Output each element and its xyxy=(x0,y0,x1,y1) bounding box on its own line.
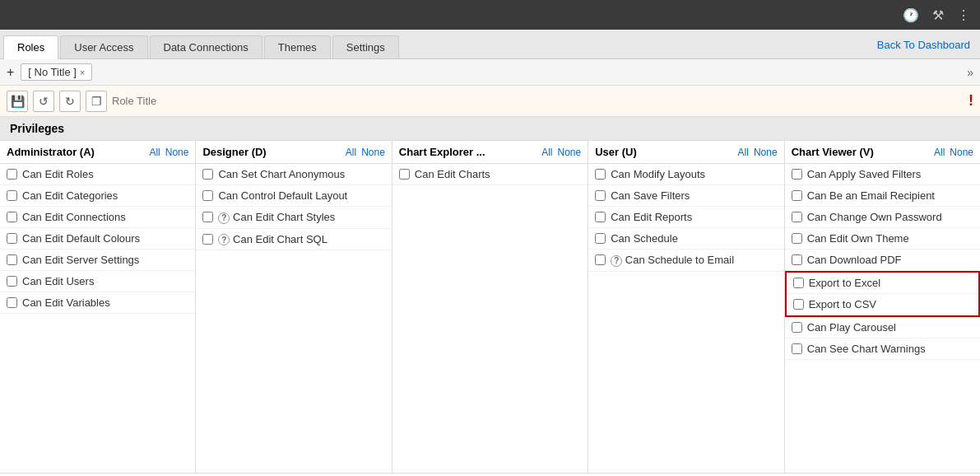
checkbox-designer-3[interactable] xyxy=(202,234,213,245)
checkbox-designer-1[interactable] xyxy=(202,190,213,201)
checkbox-user-2[interactable] xyxy=(595,212,606,222)
list-item: Can Edit Categories xyxy=(0,185,195,207)
checkbox-chart_explorer-0[interactable] xyxy=(399,169,410,180)
checkbox-admin-0[interactable] xyxy=(7,169,17,180)
col-all-designer[interactable]: All xyxy=(346,147,356,158)
checkbox-chart_viewer-5[interactable] xyxy=(793,278,804,288)
tab-settings[interactable]: Settings xyxy=(332,35,399,58)
privilege-label: Can Edit Server Settings xyxy=(22,254,139,266)
undo-button[interactable]: ↺ xyxy=(33,91,54,112)
tab-user-access[interactable]: User Access xyxy=(60,35,147,58)
top-bar: 🕐 ⚒ ⋮ xyxy=(0,0,980,30)
role-tab[interactable]: [ No Title ] × xyxy=(21,63,92,81)
checkbox-designer-0[interactable] xyxy=(202,169,213,180)
wrench-icon[interactable]: ⚒ xyxy=(932,7,944,23)
privilege-label: Can Edit Variables xyxy=(22,296,110,309)
list-item: Can Edit Users xyxy=(0,271,195,292)
col-all-user[interactable]: All xyxy=(738,147,749,158)
col-header-designer: Designer (D)AllNone xyxy=(196,141,391,164)
list-item: Can Be an Email Recipient xyxy=(785,185,980,207)
privilege-label: Can Download PDF xyxy=(807,254,902,266)
checkbox-admin-4[interactable] xyxy=(7,254,17,265)
error-indicator: ! xyxy=(968,92,973,110)
col-title-admin: Administrator (A) xyxy=(7,146,95,158)
list-item: Can Play Carousel xyxy=(785,317,980,338)
privilege-label: Can Edit Roles xyxy=(22,168,94,180)
privilege-label: Can Edit Reports xyxy=(611,211,692,223)
privilege-label: Can Edit Default Colours xyxy=(22,232,140,245)
col-title-user: User (U) xyxy=(595,146,637,158)
privilege-label: Can Edit Own Theme xyxy=(807,232,909,245)
list-item: Can Schedule xyxy=(588,228,783,250)
checkbox-user-3[interactable] xyxy=(595,233,606,244)
list-item: Export to Excel xyxy=(787,273,978,294)
col-all-chart_viewer[interactable]: All xyxy=(934,147,945,158)
clock-icon[interactable]: 🕐 xyxy=(903,7,919,23)
column-admin: Administrator (A)AllNoneCan Edit RolesCa… xyxy=(0,141,196,473)
role-tab-label: [ No Title ] xyxy=(28,66,77,78)
checkbox-chart_viewer-1[interactable] xyxy=(792,190,802,201)
tab-roles[interactable]: Roles xyxy=(3,35,58,59)
checkbox-user-1[interactable] xyxy=(595,190,606,201)
privilege-label: ? Can Edit Chart Styles xyxy=(218,211,335,224)
privilege-label: ? Can Schedule to Email xyxy=(611,254,734,267)
save-button[interactable]: 💾 xyxy=(7,91,28,112)
col-none-admin[interactable]: None xyxy=(165,147,189,158)
checkbox-chart_viewer-4[interactable] xyxy=(792,254,802,265)
list-item: ? Can Schedule to Email xyxy=(588,250,783,272)
list-item: Can Edit Connections xyxy=(0,207,195,228)
privilege-label: Can Edit Categories xyxy=(22,189,118,202)
role-tab-close-button[interactable]: × xyxy=(80,68,85,77)
list-item: Can Download PDF xyxy=(785,250,980,271)
col-all-chart_explorer[interactable]: All xyxy=(541,147,552,158)
privileges-header: Privileges xyxy=(0,117,980,141)
highlighted-privileges: Export to ExcelExport to CSV xyxy=(785,271,980,317)
col-none-chart_viewer[interactable]: None xyxy=(950,147,973,158)
checkbox-admin-5[interactable] xyxy=(7,276,17,287)
list-item: Can Edit Default Colours xyxy=(0,228,195,250)
list-item: Can Set Chart Anonymous xyxy=(196,164,391,185)
columns-area: Administrator (A)AllNoneCan Edit RolesCa… xyxy=(0,141,980,474)
add-role-button[interactable]: + xyxy=(7,65,14,80)
tab-data-connections[interactable]: Data Connections xyxy=(150,35,262,58)
checkbox-admin-3[interactable] xyxy=(7,233,17,244)
col-header-admin: Administrator (A)AllNone xyxy=(0,141,195,164)
checkbox-chart_viewer-7[interactable] xyxy=(792,322,802,333)
col-header-chart_viewer: Chart Viewer (V)AllNone xyxy=(785,141,980,164)
col-header-user: User (U)AllNone xyxy=(588,141,783,164)
col-none-designer[interactable]: None xyxy=(361,147,385,158)
checkbox-admin-1[interactable] xyxy=(7,190,17,201)
checkbox-admin-2[interactable] xyxy=(7,212,17,222)
checkbox-designer-2[interactable] xyxy=(202,212,213,222)
checkbox-chart_viewer-8[interactable] xyxy=(792,343,802,354)
checkbox-chart_viewer-6[interactable] xyxy=(793,299,804,310)
checkbox-chart_viewer-3[interactable] xyxy=(792,233,802,244)
privilege-label: Can Save Filters xyxy=(611,189,690,202)
role-bar: + [ No Title ] × » xyxy=(0,59,980,86)
checkbox-chart_viewer-0[interactable] xyxy=(792,169,802,180)
list-item: Can Control Default Layout xyxy=(196,185,391,207)
list-item: Can See Chart Warnings xyxy=(785,338,980,360)
expand-icon[interactable]: » xyxy=(967,66,973,79)
menu-icon[interactable]: ⋮ xyxy=(957,7,970,23)
privilege-label: Can Modify Layouts xyxy=(611,168,705,180)
privilege-label: Export to CSV xyxy=(809,298,876,310)
checkbox-user-0[interactable] xyxy=(595,169,606,180)
col-all-admin[interactable]: All xyxy=(149,147,160,158)
checkbox-admin-6[interactable] xyxy=(7,297,17,308)
column-designer: Designer (D)AllNoneCan Set Chart Anonymo… xyxy=(196,141,392,473)
col-none-chart_explorer[interactable]: None xyxy=(558,147,582,158)
checkbox-chart_viewer-2[interactable] xyxy=(792,212,802,222)
checkbox-user-4[interactable] xyxy=(595,254,606,265)
privilege-label: Can Apply Saved Filters xyxy=(807,168,922,180)
col-title-designer: Designer (D) xyxy=(202,146,266,158)
redo-button[interactable]: ↻ xyxy=(59,91,81,112)
list-item: Can Edit Reports xyxy=(588,207,783,228)
back-to-dashboard-link[interactable]: Back To Dashboard xyxy=(877,38,970,50)
col-none-user[interactable]: None xyxy=(754,147,778,158)
tab-themes[interactable]: Themes xyxy=(264,35,331,58)
list-item: Can Apply Saved Filters xyxy=(785,164,980,185)
copy-button[interactable]: ❐ xyxy=(86,91,107,112)
list-item: Can Save Filters xyxy=(588,185,783,207)
role-title-input[interactable] xyxy=(112,91,964,112)
